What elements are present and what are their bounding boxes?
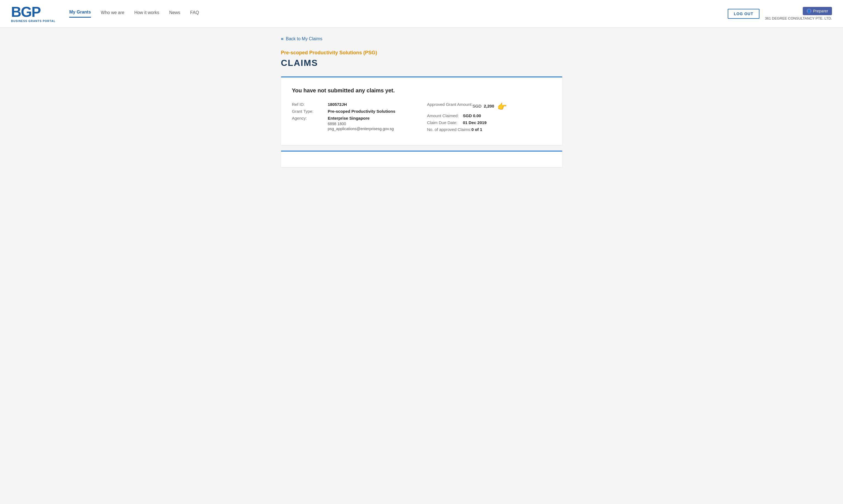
approved-grant-value: SGD 2,200 👈 <box>473 102 507 111</box>
amount-claimed-value: SGD 0.00 <box>463 113 481 118</box>
approved-currency: SGD <box>473 104 482 108</box>
approved-claims-label: No. of approved Claims: <box>427 127 471 132</box>
nav-my-grants[interactable]: My Grants <box>69 10 91 18</box>
user-icon: 👤 <box>807 8 811 14</box>
ref-id-row: Ref ID: 180572JH <box>292 102 416 107</box>
agency-name: Enterprise Singapore <box>328 116 394 121</box>
no-claims-message: You have not submitted any claims yet. <box>292 87 551 94</box>
logout-button[interactable]: LOG OUT <box>728 9 759 19</box>
company-name: 361 DEGREE CONSULTANCY PTE. LTD. <box>765 16 832 20</box>
page-heading: CLAIMS <box>281 58 562 68</box>
grant-type-row: Grant Type: Pre-scoped Productivity Solu… <box>292 109 416 113</box>
back-to-claims-link[interactable]: « Back to My Claims <box>281 36 562 42</box>
ref-id-label: Ref ID: <box>292 102 328 107</box>
header: BGP BUSINESS GRANTS PORTAL My Grants Who… <box>0 0 843 28</box>
main-content: « Back to My Claims Pre-scoped Productiv… <box>270 28 573 184</box>
grant-type-label: Grant Type: <box>292 109 328 113</box>
nav-faq[interactable]: FAQ <box>190 10 199 17</box>
agency-email: psg_applications@enterprisesg.gov.sg <box>328 127 394 131</box>
approved-claims-row: No. of approved Claims: 0 of 1 <box>427 127 551 132</box>
ref-id-value: 180572JH <box>328 102 347 107</box>
back-link-label: Back to My Claims <box>286 36 322 41</box>
grant-type-value: Pre-scoped Productivity Solutions <box>328 109 395 113</box>
approved-grant-row: Approved Grant Amount: SGD 2,200 👈 <box>427 102 551 111</box>
logo-text: BGP <box>11 5 55 19</box>
back-chevron-icon: « <box>281 36 284 42</box>
user-info: 👤 Preparer 361 DEGREE CONSULTANCY PTE. L… <box>765 7 832 20</box>
nav-who-we-are[interactable]: Who we are <box>101 10 124 17</box>
grant-title: Pre-scoped Productivity Solutions (PSG) <box>281 50 562 56</box>
agency-label: Agency: <box>292 116 328 121</box>
user-role: Preparer <box>813 9 828 13</box>
logo[interactable]: BGP BUSINESS GRANTS PORTAL <box>11 5 55 23</box>
main-nav: My Grants Who we are How it works News F… <box>69 10 728 18</box>
approved-claims-value: 0 of 1 <box>471 127 482 132</box>
agency-row: Agency: Enterprise Singapore 6898 1800 p… <box>292 116 416 131</box>
nav-news[interactable]: News <box>169 10 180 17</box>
user-badge: 👤 Preparer <box>803 7 832 15</box>
approved-grant-label: Approved Grant Amount: <box>427 102 473 107</box>
agency-phone: 6898 1800 <box>328 122 394 126</box>
info-right: Approved Grant Amount: SGD 2,200 👈 Amoun… <box>427 102 551 134</box>
agency-detail: Enterprise Singapore 6898 1800 psg_appli… <box>328 116 394 131</box>
claim-due-label: Claim Due Date: <box>427 120 463 125</box>
approved-amount: 2,200 <box>484 104 494 108</box>
amount-claimed-row: Amount Claimed: SGD 0.00 <box>427 113 551 118</box>
bottom-card <box>281 150 562 167</box>
info-grid: Ref ID: 180572JH Grant Type: Pre-scoped … <box>292 102 551 134</box>
info-left: Ref ID: 180572JH Grant Type: Pre-scoped … <box>292 102 416 134</box>
cursor-hand-icon: 👈 <box>498 102 507 111</box>
logo-subtitle: BUSINESS GRANTS PORTAL <box>11 20 55 23</box>
amount-claimed-label: Amount Claimed: <box>427 113 463 118</box>
claim-due-row: Claim Due Date: 01 Dec 2019 <box>427 120 551 125</box>
claims-card: You have not submitted any claims yet. R… <box>281 76 562 145</box>
nav-how-it-works[interactable]: How it works <box>134 10 159 17</box>
claim-due-value: 01 Dec 2019 <box>463 120 487 125</box>
